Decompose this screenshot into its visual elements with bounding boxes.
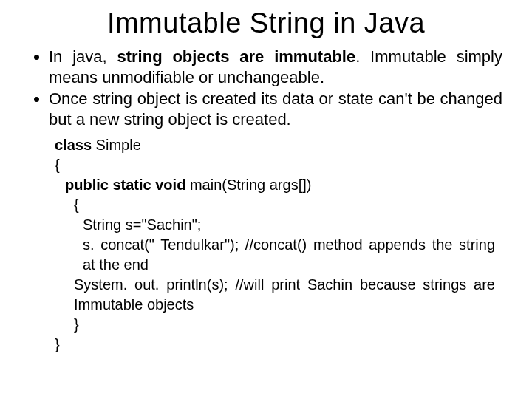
page-title: Immutable String in Java xyxy=(30,7,502,39)
code-text: main(String args[]) xyxy=(185,177,311,193)
bullet-text-pre: In java, xyxy=(49,47,117,66)
code-line: { xyxy=(55,195,495,215)
code-line: } xyxy=(55,315,495,335)
code-text: Simple xyxy=(92,137,141,153)
bullet-list: In java, string objects are immutable. I… xyxy=(30,47,502,129)
code-keyword: class xyxy=(55,137,92,153)
bullet-text-bold: string objects are immutable xyxy=(117,47,355,66)
code-line: class Simple xyxy=(55,135,495,155)
code-line: public static void main(String args[]) xyxy=(55,175,495,195)
code-line: { xyxy=(55,155,495,175)
bullet-item: Once string object is created its data o… xyxy=(49,89,502,129)
code-line: s. concat(" Tendulkar"); //concat() meth… xyxy=(55,235,495,275)
code-block: class Simple { public static void main(S… xyxy=(55,135,495,355)
code-keyword: public static void xyxy=(65,177,185,193)
slide: Immutable String in Java In java, string… xyxy=(0,0,532,399)
bullet-item: In java, string objects are immutable. I… xyxy=(49,47,502,87)
code-line: } xyxy=(55,335,495,355)
code-line: System. out. println(s); //will print Sa… xyxy=(55,275,495,315)
code-line: String s="Sachin"; xyxy=(55,215,495,235)
bullet-text-post: Once string object is created its data o… xyxy=(49,89,502,129)
